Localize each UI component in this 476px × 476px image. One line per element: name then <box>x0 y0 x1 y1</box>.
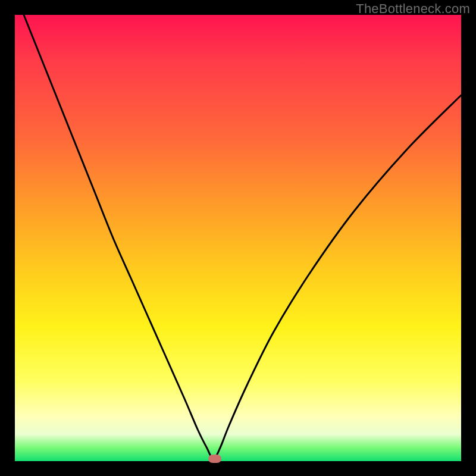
plot-area <box>15 15 461 461</box>
chart-frame: TheBottleneck.com <box>0 0 476 476</box>
bottleneck-curve <box>15 15 461 461</box>
optimal-point-marker <box>208 455 221 463</box>
